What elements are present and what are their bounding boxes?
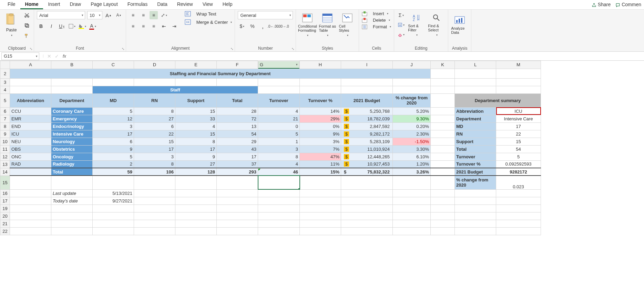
cell-turnover-pct[interactable]: 11% bbox=[300, 160, 341, 168]
total-sup[interactable]: 128 bbox=[175, 168, 217, 176]
col-header-L[interactable]: L bbox=[455, 61, 496, 69]
wrap-text-button[interactable]: Wrap Text bbox=[185, 11, 232, 17]
cell-md[interactable]: 5 bbox=[93, 153, 134, 160]
col-header-2021-budget[interactable]: 2021 Budget bbox=[341, 93, 393, 107]
summary-label[interactable]: RN bbox=[455, 130, 496, 138]
cell-turn[interactable]: 3 bbox=[258, 145, 300, 153]
cell-chg[interactable]: -1.50% bbox=[393, 138, 431, 145]
align-bottom-icon[interactable]: ≡ bbox=[150, 11, 158, 19]
cell-tot[interactable]: 17 bbox=[217, 153, 258, 160]
menu-tab-review[interactable]: Review bbox=[172, 0, 198, 9]
decrease-indent-icon[interactable]: ⇤ bbox=[160, 22, 168, 30]
col-header-G[interactable]: G bbox=[258, 61, 299, 69]
format-as-table-button[interactable]: Format as Table bbox=[319, 11, 336, 39]
font-name-select[interactable]: Arial bbox=[37, 11, 85, 19]
summary-value[interactable]: 0.092592593 bbox=[496, 160, 541, 168]
sheet-title[interactable]: Staffing and Financial Summary by Depart… bbox=[10, 69, 431, 78]
font-launcher-icon[interactable]: ⤡ bbox=[122, 47, 124, 51]
decrease-decimal-icon[interactable]: .00→.0 bbox=[279, 22, 287, 30]
cell-rn[interactable]: 6 bbox=[134, 122, 175, 130]
cell-budget[interactable]: $9,282,172 bbox=[341, 130, 393, 138]
align-top-icon[interactable]: ≡ bbox=[129, 11, 137, 19]
cut-button[interactable] bbox=[23, 11, 31, 19]
cell-turn[interactable]: 1 bbox=[258, 138, 300, 145]
cell-turnover-pct[interactable]: 14% bbox=[300, 107, 341, 115]
cell-md[interactable]: 12 bbox=[93, 115, 134, 122]
cell-chg[interactable]: 2.30% bbox=[393, 130, 431, 138]
cancel-formula-icon[interactable]: ✕ bbox=[45, 53, 53, 59]
cell-tot[interactable]: 28 bbox=[217, 107, 258, 115]
cell-dept[interactable]: Obstetrics bbox=[51, 145, 93, 153]
cell-rn[interactable]: 15 bbox=[134, 138, 175, 145]
cell-tot[interactable]: 37 bbox=[217, 160, 258, 168]
fill-color-button[interactable] bbox=[78, 22, 86, 30]
copy-button[interactable] bbox=[23, 21, 31, 30]
cell-dept[interactable]: Intensive Care bbox=[51, 130, 93, 138]
summary-label[interactable]: MD bbox=[455, 122, 496, 130]
menu-tab-insert[interactable]: Insert bbox=[43, 0, 65, 9]
row-header-20[interactable]: 20 bbox=[0, 212, 10, 220]
increase-indent-icon[interactable]: ⇥ bbox=[170, 22, 178, 30]
align-middle-icon[interactable]: ≡ bbox=[139, 11, 147, 19]
comment-button[interactable]: Commen bbox=[615, 2, 641, 7]
summary-label[interactable]: Turnover bbox=[455, 153, 496, 160]
comma-format-icon[interactable]: , bbox=[258, 22, 267, 30]
font-color-button[interactable]: A bbox=[89, 22, 97, 30]
menu-tab-data[interactable]: Data bbox=[152, 0, 172, 9]
cell-budget[interactable]: $11,010,924 bbox=[341, 145, 393, 153]
row-header-21[interactable]: 21 bbox=[0, 220, 10, 227]
cell-turn[interactable]: 4 bbox=[258, 107, 300, 115]
format-painter-button[interactable] bbox=[23, 32, 31, 40]
menu-tab-file[interactable]: File bbox=[3, 0, 20, 9]
col-header--change-from-2020[interactable]: % change from 2020 bbox=[393, 93, 431, 107]
increase-font-icon[interactable]: A▲ bbox=[104, 11, 113, 19]
cell-turn[interactable]: 4 bbox=[258, 160, 300, 168]
cell-abbr[interactable]: OBS bbox=[10, 145, 51, 153]
col-header-department[interactable]: Department bbox=[51, 93, 93, 107]
insert-cells-button[interactable]: Insert bbox=[362, 11, 388, 16]
row-header-2[interactable]: 2 bbox=[0, 69, 10, 78]
today-value[interactable]: 9/27/2021 bbox=[93, 197, 134, 205]
cell-tot[interactable]: 54 bbox=[217, 130, 258, 138]
cell-turn[interactable]: 5 bbox=[258, 130, 300, 138]
col-header-H[interactable]: H bbox=[300, 61, 341, 69]
cell-rn[interactable]: 8 bbox=[134, 107, 175, 115]
sort-filter-button[interactable]: AZSort & Filter bbox=[408, 11, 425, 39]
number-launcher-icon[interactable]: ⤡ bbox=[292, 47, 294, 51]
alignment-launcher-icon[interactable]: ⤡ bbox=[231, 47, 233, 51]
cell-tot[interactable]: 13 bbox=[217, 122, 258, 130]
col-header-abbreviation[interactable]: Abbreviation bbox=[10, 93, 51, 107]
col-header-support[interactable]: Support bbox=[175, 93, 217, 107]
cell-budget[interactable]: $10,927,453 bbox=[341, 160, 393, 168]
format-cells-button[interactable]: Format bbox=[362, 24, 391, 29]
summary-value[interactable]: ICU bbox=[496, 107, 541, 115]
total-turnover-pct[interactable]: 15% bbox=[300, 168, 341, 176]
total-label[interactable]: Total bbox=[51, 168, 93, 176]
align-center-icon[interactable]: ≡ bbox=[139, 22, 147, 30]
cell-abbr[interactable]: END bbox=[10, 122, 51, 130]
cell-turnover-pct[interactable]: 29% bbox=[300, 115, 341, 122]
cell-budget[interactable]: $5,250,768 bbox=[341, 107, 393, 115]
align-right-icon[interactable]: ≡ bbox=[150, 22, 158, 30]
cell-md[interactable]: 5 bbox=[93, 107, 134, 115]
decrease-font-icon[interactable]: A▼ bbox=[115, 11, 123, 19]
cell-rn[interactable]: 3 bbox=[134, 153, 175, 160]
row-header-19[interactable]: 19 bbox=[0, 205, 10, 212]
today-label[interactable]: Today's date bbox=[51, 197, 93, 205]
cell-budget[interactable]: $5,283,109 bbox=[341, 138, 393, 145]
summary-label[interactable]: Department bbox=[455, 115, 496, 122]
cell-abbr[interactable]: EMR bbox=[10, 115, 51, 122]
summary-value[interactable]: 54 bbox=[496, 145, 541, 153]
cell-budget[interactable]: $18,782,039 bbox=[341, 115, 393, 122]
increase-decimal-icon[interactable]: .0←.00 bbox=[269, 22, 277, 30]
last-update-value[interactable]: 5/13/2021 bbox=[93, 189, 134, 197]
total-tot[interactable]: 293 bbox=[217, 168, 258, 176]
cell-styles-button[interactable]: Cell Styles bbox=[339, 11, 356, 39]
merge-center-button[interactable]: Merge & Center bbox=[185, 19, 232, 25]
cell-tot[interactable]: 43 bbox=[217, 145, 258, 153]
spreadsheet-grid[interactable]: ABCDEFGHIJKLM2Staffing and Financial Sum… bbox=[0, 61, 644, 308]
cell-budget[interactable]: $12,448,265 bbox=[341, 153, 393, 160]
cell-dept[interactable]: Coronary Care bbox=[51, 107, 93, 115]
cell-turn[interactable]: 21 bbox=[258, 115, 300, 122]
cell-tot[interactable]: 72 bbox=[217, 115, 258, 122]
